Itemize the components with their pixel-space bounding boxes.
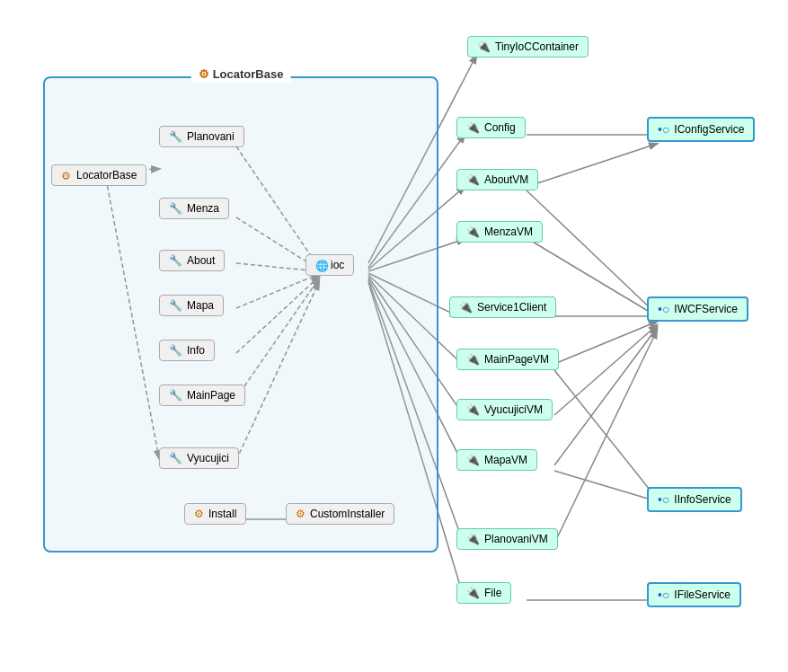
gear-icon: ⚙: [61, 170, 72, 181]
plug-icon: 🔌: [466, 403, 480, 416]
node-vyucujici[interactable]: 🔧 Vyucujici: [159, 447, 239, 469]
node-iconfigservice[interactable]: •○ IConfigService: [647, 117, 755, 142]
gear-icon: ⚙: [199, 67, 209, 81]
node-menza[interactable]: 🔧 Menza: [159, 198, 229, 219]
node-ifileservice[interactable]: •○ IFileService: [647, 582, 741, 607]
svg-line-27: [554, 325, 657, 415]
circle-dot-icon: •○: [658, 122, 669, 137]
node-aboutvm[interactable]: 🔌 AboutVM: [456, 169, 538, 190]
node-mapavm[interactable]: 🔌 MapaVM: [456, 449, 537, 471]
svg-line-29: [554, 471, 657, 501]
plug-icon: 🔌: [466, 533, 480, 545]
plug-icon: 🔌: [459, 301, 473, 314]
wrench-icon: 🔧: [169, 389, 182, 402]
node-vyucujicivm[interactable]: 🔌 VyucujiciVM: [456, 399, 553, 420]
svg-line-21: [527, 144, 657, 187]
node-mainpagevm[interactable]: 🔌 MainPageVM: [456, 349, 559, 370]
globe-icon: 🌐: [315, 260, 326, 270]
svg-line-28: [554, 328, 657, 465]
svg-line-25: [554, 322, 657, 364]
node-iinfoservice[interactable]: •○ IInfoService: [647, 487, 742, 512]
wrench-icon: 🔧: [169, 299, 182, 312]
node-ioc[interactable]: 🌐 ioc: [305, 254, 354, 276]
node-info[interactable]: 🔧 Info: [159, 340, 215, 361]
node-mapa[interactable]: 🔧 Mapa: [159, 295, 224, 316]
gear-icon: ⚙: [194, 508, 204, 520]
svg-line-26: [554, 370, 657, 499]
circle-dot-icon: •○: [658, 492, 669, 507]
node-planovani[interactable]: 🔧 Planovani: [159, 126, 244, 147]
node-mainpage[interactable]: 🔧 MainPage: [159, 385, 245, 406]
node-planovanivm[interactable]: 🔌 PlanovaniVM: [456, 528, 558, 550]
node-iwcfservice[interactable]: •○ IWCFService: [647, 296, 748, 322]
wrench-icon: 🔧: [169, 344, 182, 357]
plug-icon: 🔌: [466, 353, 480, 366]
node-tinyioc[interactable]: 🔌 TinyIoCContainer: [467, 36, 589, 57]
node-config[interactable]: 🔌 Config: [456, 117, 526, 138]
plug-icon: 🔌: [466, 454, 480, 466]
wrench-icon: 🔧: [169, 202, 182, 215]
node-locatorbase-outer[interactable]: ⚙ LocatorBase: [51, 164, 146, 186]
node-about[interactable]: 🔧 About: [159, 250, 225, 271]
node-service1client[interactable]: 🔌 Service1Client: [449, 296, 556, 318]
circle-dot-icon: •○: [658, 588, 669, 602]
node-install[interactable]: ⚙ Install: [184, 503, 246, 525]
wrench-icon: 🔧: [169, 254, 182, 267]
plug-icon: 🔌: [466, 173, 480, 186]
locator-base-group: ⚙ LocatorBase: [43, 76, 438, 553]
plug-icon: 🔌: [466, 121, 480, 134]
gear-icon: ⚙: [296, 508, 305, 520]
wrench-icon: 🔧: [169, 130, 182, 143]
circle-dot-icon: •○: [658, 302, 669, 316]
node-custom-installer[interactable]: ⚙ CustomInstaller: [286, 503, 394, 525]
group-title: ⚙ LocatorBase: [191, 66, 291, 83]
wrench-icon: 🔧: [169, 452, 182, 464]
node-menzavm[interactable]: 🔌 MenzaVM: [456, 221, 543, 243]
svg-line-30: [554, 331, 657, 544]
plug-icon: 🔌: [466, 225, 480, 238]
plug-icon: 🔌: [477, 40, 491, 53]
node-file[interactable]: 🔌 File: [456, 582, 511, 604]
diagram: ⚙ LocatorBase ⚙ LocatorBase 🔧 Planovani …: [0, 0, 788, 672]
plug-icon: 🔌: [466, 587, 480, 599]
